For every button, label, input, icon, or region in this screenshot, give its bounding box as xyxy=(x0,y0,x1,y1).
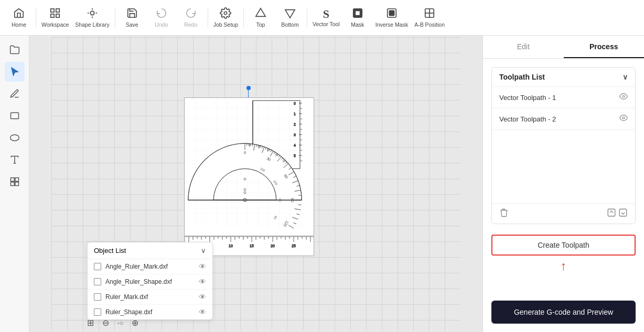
job-setup-icon xyxy=(220,7,231,20)
tool-rectangle[interactable] xyxy=(5,106,25,126)
toolbar-home[interactable]: Home xyxy=(4,2,34,34)
svg-rect-158 xyxy=(608,209,615,216)
object-item-left: Angle_Ruler_Mark.dxf xyxy=(94,263,168,270)
create-toolpath-button[interactable]: Create Toolpath xyxy=(491,235,636,256)
toolbar-shape-library[interactable]: Shape Library xyxy=(72,2,112,34)
tool-transform[interactable] xyxy=(5,172,25,192)
canvas-area[interactable]: 0 30 60 90 120 150 180 150 120 90 60 xyxy=(29,36,482,332)
toolpath-list-header: Toolpath List ∨ xyxy=(492,68,635,87)
tool-pen[interactable] xyxy=(5,84,25,104)
toolpath-item-1-label: Vector Toolpath - 1 xyxy=(499,94,556,102)
create-toolpath-label: Create Toolpath xyxy=(538,241,589,249)
toolbar-undo-label: Undo xyxy=(155,21,168,28)
visibility-toggle[interactable]: 👁 xyxy=(199,293,206,301)
toolbar-top-label: Top xyxy=(256,21,265,28)
generate-label: Generate G-code and Preview xyxy=(514,308,613,316)
toolbar-bottom[interactable]: Bottom xyxy=(275,2,305,34)
object-item-icon xyxy=(94,308,101,316)
toolbar-inverse-mask[interactable]: Inverse Mask xyxy=(372,2,411,34)
toolbar-save-label: Save xyxy=(126,21,138,28)
toolbar-workspace[interactable]: Workspace xyxy=(38,2,72,34)
toolbar-vector-tool[interactable]: S Vector Tool xyxy=(309,2,343,34)
visibility-toggle[interactable]: 👁 xyxy=(199,308,206,316)
bottom-icon xyxy=(284,7,296,20)
delete-toolpath-button[interactable] xyxy=(499,208,509,219)
toolpath-actions xyxy=(492,203,635,224)
object-item-left: Ruler_Shape.dxf xyxy=(94,308,152,316)
toolpath-item-2[interactable]: Vector Toolpath - 2 xyxy=(492,108,635,130)
redo-icon xyxy=(185,7,197,20)
list-item[interactable]: Ruler_Shape.dxf 👁 xyxy=(88,305,212,319)
tool-select[interactable] xyxy=(5,62,25,82)
svg-rect-19 xyxy=(10,178,14,182)
object-item-icon xyxy=(94,293,101,301)
toolbar-sep-3 xyxy=(208,8,208,27)
object-item-name: Ruler_Mark.dxf xyxy=(105,293,148,301)
protractor-svg: 0 30 60 90 120 150 180 150 120 90 60 xyxy=(185,98,305,229)
svg-rect-3 xyxy=(56,14,59,17)
tab-edit[interactable]: Edit xyxy=(483,36,564,58)
toolbar-top[interactable]: Top xyxy=(246,2,275,34)
object-list-collapse-icon[interactable]: ∨ xyxy=(201,247,206,254)
toolbar-home-label: Home xyxy=(12,21,26,28)
svg-rect-2 xyxy=(51,14,54,17)
tool-ellipse[interactable] xyxy=(5,128,25,148)
fit-to-screen-icon[interactable]: ⊞ xyxy=(87,318,94,328)
selection-handle[interactable] xyxy=(246,86,251,90)
svg-point-16 xyxy=(10,135,19,141)
object-item-name: Angle_Ruler_Mark.dxf xyxy=(105,263,168,270)
home-icon xyxy=(13,7,25,20)
svg-rect-1 xyxy=(56,9,59,12)
svg-point-157 xyxy=(622,117,625,119)
drawing-canvas[interactable]: 0 30 60 90 120 150 180 150 120 90 60 xyxy=(184,97,314,236)
toolbar-mask[interactable]: Mask xyxy=(343,2,372,34)
toolbar-sep-2 xyxy=(115,8,115,27)
top-icon xyxy=(255,7,266,20)
toolpath-list-section: Toolpath List ∨ Vector Toolpath - 1 Vect… xyxy=(491,67,636,224)
svg-rect-15 xyxy=(10,113,18,119)
toolpath-spacer xyxy=(492,130,635,203)
toolbar-undo[interactable]: Undo xyxy=(147,2,176,34)
save-icon xyxy=(126,7,138,20)
svg-text:10: 10 xyxy=(229,244,233,248)
toolbar-ab-position[interactable]: A-B Position xyxy=(411,2,448,34)
object-item-left: Angle_Ruler_Shape.dxf xyxy=(94,278,172,285)
svg-text:0: 0 xyxy=(294,102,296,105)
svg-text:25: 25 xyxy=(292,244,296,248)
toolpath-item-1[interactable]: Vector Toolpath - 1 xyxy=(492,87,635,108)
object-item-name: Ruler_Shape.dxf xyxy=(105,308,152,316)
visibility-toggle[interactable]: 👁 xyxy=(199,262,206,271)
generate-gcode-button[interactable]: Generate G-code and Preview xyxy=(491,301,636,324)
visibility-toggle[interactable]: 👁 xyxy=(199,278,206,286)
right-panel-tabs: Edit Process xyxy=(483,36,644,59)
toolpath-list-title: Toolpath List xyxy=(499,73,545,81)
toolbar-job-setup-label: Job Setup xyxy=(213,21,238,28)
zoom-in-icon[interactable]: ⊕ xyxy=(132,318,138,328)
toolbar-redo[interactable]: Redo xyxy=(176,2,206,34)
toolpath-collapse-icon[interactable]: ∨ xyxy=(622,73,628,81)
undo-icon xyxy=(156,7,167,20)
zoom-out-icon[interactable]: ⊖ xyxy=(102,318,109,328)
move-up-button[interactable] xyxy=(607,208,616,219)
right-panel: Edit Process Toolpath List ∨ Vector Tool… xyxy=(482,36,644,332)
svg-point-156 xyxy=(622,95,625,97)
toolpath-visibility-2[interactable] xyxy=(619,114,628,124)
toolbar-bottom-label: Bottom xyxy=(281,21,298,28)
shape-library-icon xyxy=(87,7,98,20)
toolpath-visibility-1[interactable] xyxy=(619,92,628,103)
svg-rect-0 xyxy=(51,9,54,12)
reset-zoom-icon[interactable]: -○ xyxy=(117,319,123,327)
move-down-button[interactable] xyxy=(618,208,628,219)
list-item[interactable]: Angle_Ruler_Shape.dxf 👁 xyxy=(88,274,212,290)
list-item[interactable]: Angle_Ruler_Mark.dxf 👁 xyxy=(88,259,212,274)
tool-folder[interactable] xyxy=(5,40,25,60)
tool-text[interactable] xyxy=(5,150,25,170)
tab-process[interactable]: Process xyxy=(564,36,645,58)
svg-rect-20 xyxy=(15,178,18,182)
svg-text:90: 90 xyxy=(278,198,282,202)
list-item[interactable]: Ruler_Mark.dxf 👁 xyxy=(88,290,212,305)
svg-rect-22 xyxy=(15,182,18,186)
toolbar-redo-label: Redo xyxy=(184,21,197,28)
toolbar-job-setup[interactable]: Job Setup xyxy=(210,2,241,34)
toolbar-save[interactable]: Save xyxy=(117,2,147,34)
